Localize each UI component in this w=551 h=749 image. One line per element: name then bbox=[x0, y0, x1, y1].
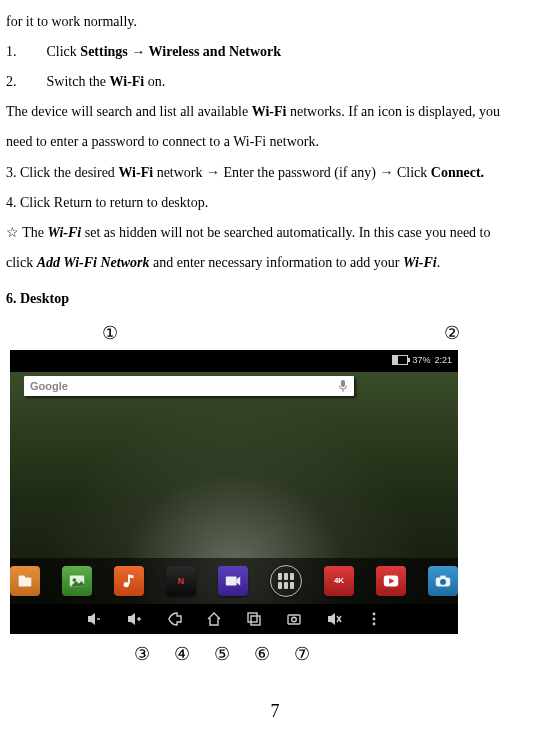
note-line1: ☆ The Wi-Fi set as hidden will not be se… bbox=[6, 219, 544, 247]
app-youtube[interactable] bbox=[376, 566, 406, 596]
svg-rect-8 bbox=[226, 576, 237, 585]
svg-rect-18 bbox=[288, 615, 300, 624]
wifi-bold: Wi-Fi bbox=[118, 165, 153, 180]
txt: Enter the password (if any) bbox=[220, 165, 379, 180]
txt: set as hidden will not be searched autom… bbox=[81, 225, 490, 240]
callout-1: ① bbox=[102, 319, 118, 348]
step-num: 1. bbox=[6, 44, 17, 59]
svg-rect-7 bbox=[128, 574, 130, 583]
app-netflix[interactable]: N bbox=[166, 566, 196, 596]
svg-point-5 bbox=[73, 578, 77, 582]
txt: networks. If an icon is displayed, you bbox=[286, 104, 499, 119]
txt: 3. Click the desired bbox=[6, 165, 118, 180]
svg-rect-0 bbox=[341, 380, 345, 387]
drawer-grid-icon bbox=[278, 573, 294, 589]
page-number: 7 bbox=[6, 693, 544, 729]
callout-2: ② bbox=[444, 319, 460, 348]
google-logo: Google bbox=[30, 375, 68, 397]
callout-4: ④ bbox=[174, 640, 190, 669]
nav-bar bbox=[10, 604, 458, 634]
note-line2: click Add Wi-Fi Network and enter necess… bbox=[6, 249, 544, 277]
callout-7: ⑦ bbox=[294, 640, 310, 669]
star-icon: ☆ bbox=[6, 225, 19, 240]
app-4k[interactable]: 4K bbox=[324, 566, 354, 596]
arrow-icon: → bbox=[206, 164, 220, 180]
mic-icon[interactable] bbox=[338, 379, 348, 393]
app-video[interactable] bbox=[218, 566, 248, 596]
txt: Click bbox=[393, 165, 430, 180]
add-wifi-bi: Add Wi-Fi Network bbox=[37, 255, 150, 270]
arrow-icon: → bbox=[379, 164, 393, 180]
intro-line: for it to work normally. bbox=[6, 8, 544, 36]
desktop-screenshot: 37% 2:21 Google N 4K bbox=[10, 350, 458, 634]
app-camera[interactable] bbox=[428, 566, 458, 596]
nav-home-icon[interactable] bbox=[205, 610, 223, 628]
svg-rect-11 bbox=[440, 575, 445, 578]
callout-5: ⑤ bbox=[214, 640, 230, 669]
bottom-callouts: ③ ④ ⑤ ⑥ ⑦ bbox=[134, 640, 544, 669]
wifi-bi: Wi-Fi bbox=[48, 225, 82, 240]
txt: The device will search and list all avai… bbox=[6, 104, 252, 119]
callout-3: ③ bbox=[134, 640, 150, 669]
status-bar: 37% 2:21 bbox=[10, 350, 458, 370]
wifi-bold: Wi-Fi bbox=[252, 104, 287, 119]
app-dock: N 4K bbox=[10, 558, 458, 604]
nav-vol-mute-icon[interactable] bbox=[325, 610, 343, 628]
txt: click bbox=[6, 255, 37, 270]
connect-bold: Connect. bbox=[431, 165, 484, 180]
app-gallery[interactable] bbox=[62, 566, 92, 596]
step-3: 3. Click the desired Wi-Fi network → Ent… bbox=[6, 158, 544, 187]
svg-rect-17 bbox=[251, 616, 260, 625]
search-para-line1: The device will search and list all avai… bbox=[6, 98, 544, 126]
search-para-line2: need to enter a password to connect to a… bbox=[6, 128, 544, 156]
app-music[interactable] bbox=[114, 566, 144, 596]
section-6-header: 6. Desktop bbox=[6, 285, 544, 313]
nav-screenshot-icon[interactable] bbox=[285, 610, 303, 628]
svg-rect-3 bbox=[19, 575, 25, 578]
top-callouts: ① ② bbox=[6, 319, 544, 348]
nav-vol-up-icon[interactable] bbox=[125, 610, 143, 628]
step2-lead: Switch the bbox=[47, 74, 110, 89]
txt: The bbox=[19, 225, 48, 240]
step-4: 4. Click Return to return to desktop. bbox=[6, 189, 544, 217]
txt: and enter necessary information to add y… bbox=[150, 255, 403, 270]
step-1: 1.Click Settings → Wireless and Network bbox=[6, 38, 544, 66]
nav-recent-icon[interactable] bbox=[245, 610, 263, 628]
step-2: 2.Switch the Wi-Fi on. bbox=[6, 68, 544, 96]
svg-rect-16 bbox=[248, 613, 257, 622]
svg-point-19 bbox=[292, 617, 297, 622]
search-bar[interactable]: Google bbox=[24, 376, 354, 396]
battery-icon bbox=[392, 355, 408, 365]
svg-point-23 bbox=[373, 617, 376, 620]
app-file-manager[interactable] bbox=[10, 566, 40, 596]
txt: network bbox=[153, 165, 206, 180]
battery-pct: 37% bbox=[412, 351, 430, 369]
step1-bold: Settings → Wireless and Network bbox=[80, 44, 281, 59]
step1-lead: Click bbox=[47, 44, 81, 59]
svg-point-12 bbox=[440, 579, 446, 585]
svg-point-22 bbox=[373, 612, 376, 615]
callout-6: ⑥ bbox=[254, 640, 270, 669]
txt: . bbox=[437, 255, 441, 270]
svg-rect-2 bbox=[19, 577, 32, 586]
nav-vol-down-icon[interactable] bbox=[85, 610, 103, 628]
step-num: 2. bbox=[6, 74, 17, 89]
svg-point-24 bbox=[373, 622, 376, 625]
nav-back-icon[interactable] bbox=[165, 610, 183, 628]
step2-bold: Wi-Fi bbox=[110, 74, 145, 89]
step2-tail: on. bbox=[144, 74, 165, 89]
status-time: 2:21 bbox=[434, 351, 452, 369]
wifi-bi: Wi-Fi bbox=[403, 255, 437, 270]
nav-menu-icon[interactable] bbox=[365, 610, 383, 628]
app-drawer[interactable] bbox=[270, 565, 302, 597]
